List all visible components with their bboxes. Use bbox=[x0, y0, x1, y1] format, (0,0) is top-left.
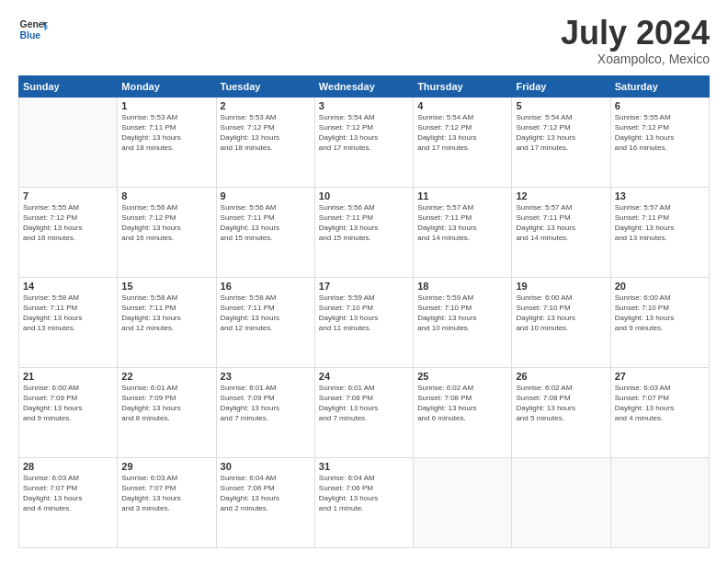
day-cell: 4Sunrise: 5:54 AM Sunset: 7:12 PM Daylig… bbox=[414, 97, 512, 187]
day-number: 10 bbox=[319, 190, 409, 201]
day-info: Sunrise: 5:59 AM Sunset: 7:10 PM Dayligh… bbox=[417, 293, 507, 334]
week-row-1: 1Sunrise: 5:53 AM Sunset: 7:11 PM Daylig… bbox=[19, 97, 710, 187]
day-number: 7 bbox=[23, 190, 113, 201]
day-cell: 19Sunrise: 6:00 AM Sunset: 7:10 PM Dayli… bbox=[512, 277, 610, 367]
day-info: Sunrise: 5:57 AM Sunset: 7:11 PM Dayligh… bbox=[615, 202, 705, 244]
day-cell: 27Sunrise: 6:03 AM Sunset: 7:07 PM Dayli… bbox=[610, 367, 709, 457]
day-cell: 3Sunrise: 5:54 AM Sunset: 7:12 PM Daylig… bbox=[314, 97, 413, 187]
day-number: 16 bbox=[221, 281, 311, 292]
day-cell: 16Sunrise: 5:58 AM Sunset: 7:11 PM Dayli… bbox=[216, 277, 314, 367]
day-number: 23 bbox=[221, 371, 311, 382]
day-info: Sunrise: 5:57 AM Sunset: 7:11 PM Dayligh… bbox=[417, 202, 507, 244]
day-cell: 1Sunrise: 5:53 AM Sunset: 7:11 PM Daylig… bbox=[118, 97, 216, 187]
day-info: Sunrise: 5:58 AM Sunset: 7:11 PM Dayligh… bbox=[121, 293, 211, 334]
day-number: 3 bbox=[319, 100, 409, 111]
day-cell: 7Sunrise: 5:55 AM Sunset: 7:12 PM Daylig… bbox=[19, 187, 118, 277]
day-cell: 5Sunrise: 5:54 AM Sunset: 7:12 PM Daylig… bbox=[512, 97, 610, 187]
day-number: 27 bbox=[615, 371, 705, 382]
title-block: July 2024 Xoampolco, Mexico bbox=[561, 15, 710, 66]
day-number: 14 bbox=[23, 281, 113, 292]
day-number: 21 bbox=[23, 371, 113, 382]
day-info: Sunrise: 6:02 AM Sunset: 7:08 PM Dayligh… bbox=[516, 383, 606, 424]
calendar-table: Sunday Monday Tuesday Wednesday Thursday… bbox=[18, 75, 710, 548]
day-number: 2 bbox=[221, 100, 311, 111]
day-info: Sunrise: 5:59 AM Sunset: 7:10 PM Dayligh… bbox=[319, 293, 409, 334]
col-wednesday: Wednesday bbox=[314, 75, 413, 97]
day-cell: 9Sunrise: 5:56 AM Sunset: 7:11 PM Daylig… bbox=[216, 187, 314, 277]
week-row-5: 28Sunrise: 6:03 AM Sunset: 7:07 PM Dayli… bbox=[19, 457, 710, 547]
calendar-title: July 2024 bbox=[561, 15, 710, 52]
day-cell: 10Sunrise: 5:56 AM Sunset: 7:11 PM Dayli… bbox=[314, 187, 413, 277]
day-info: Sunrise: 5:53 AM Sunset: 7:11 PM Dayligh… bbox=[121, 112, 211, 154]
day-cell: 8Sunrise: 5:56 AM Sunset: 7:12 PM Daylig… bbox=[118, 187, 216, 277]
day-cell: 21Sunrise: 6:00 AM Sunset: 7:09 PM Dayli… bbox=[19, 367, 118, 457]
day-number: 17 bbox=[319, 281, 409, 292]
day-number: 9 bbox=[221, 190, 311, 201]
day-info: Sunrise: 6:03 AM Sunset: 7:07 PM Dayligh… bbox=[23, 473, 113, 514]
day-cell bbox=[414, 457, 512, 547]
day-cell: 24Sunrise: 6:01 AM Sunset: 7:08 PM Dayli… bbox=[314, 367, 413, 457]
day-number: 1 bbox=[121, 100, 211, 111]
col-sunday: Sunday bbox=[19, 75, 118, 97]
day-number: 12 bbox=[516, 190, 606, 201]
col-thursday: Thursday bbox=[414, 75, 512, 97]
day-info: Sunrise: 6:01 AM Sunset: 7:09 PM Dayligh… bbox=[221, 383, 311, 424]
day-info: Sunrise: 5:55 AM Sunset: 7:12 PM Dayligh… bbox=[615, 112, 705, 154]
day-cell: 20Sunrise: 6:00 AM Sunset: 7:10 PM Dayli… bbox=[610, 277, 709, 367]
day-cell: 17Sunrise: 5:59 AM Sunset: 7:10 PM Dayli… bbox=[314, 277, 413, 367]
week-row-3: 14Sunrise: 5:58 AM Sunset: 7:11 PM Dayli… bbox=[19, 277, 710, 367]
day-cell: 28Sunrise: 6:03 AM Sunset: 7:07 PM Dayli… bbox=[19, 457, 118, 547]
col-tuesday: Tuesday bbox=[216, 75, 314, 97]
week-row-4: 21Sunrise: 6:00 AM Sunset: 7:09 PM Dayli… bbox=[19, 367, 710, 457]
week-row-2: 7Sunrise: 5:55 AM Sunset: 7:12 PM Daylig… bbox=[19, 187, 710, 277]
day-info: Sunrise: 5:56 AM Sunset: 7:11 PM Dayligh… bbox=[221, 202, 311, 244]
day-number: 19 bbox=[516, 281, 606, 292]
logo: General Blue bbox=[18, 15, 48, 44]
col-friday: Friday bbox=[512, 75, 610, 97]
day-number: 8 bbox=[121, 190, 211, 201]
day-cell: 13Sunrise: 5:57 AM Sunset: 7:11 PM Dayli… bbox=[610, 187, 709, 277]
day-info: Sunrise: 6:03 AM Sunset: 7:07 PM Dayligh… bbox=[121, 473, 211, 514]
day-number: 6 bbox=[615, 100, 705, 111]
day-number: 11 bbox=[417, 190, 507, 201]
day-number: 30 bbox=[221, 461, 311, 472]
day-info: Sunrise: 6:04 AM Sunset: 7:06 PM Dayligh… bbox=[319, 473, 409, 514]
day-number: 15 bbox=[121, 281, 211, 292]
day-number: 24 bbox=[319, 371, 409, 382]
day-cell: 26Sunrise: 6:02 AM Sunset: 7:08 PM Dayli… bbox=[512, 367, 610, 457]
day-number: 20 bbox=[615, 281, 705, 292]
day-number: 26 bbox=[516, 371, 606, 382]
col-saturday: Saturday bbox=[610, 75, 709, 97]
day-number: 25 bbox=[417, 371, 507, 382]
day-info: Sunrise: 5:58 AM Sunset: 7:11 PM Dayligh… bbox=[23, 293, 113, 334]
day-number: 28 bbox=[23, 461, 113, 472]
day-info: Sunrise: 5:58 AM Sunset: 7:11 PM Dayligh… bbox=[221, 293, 311, 334]
day-number: 29 bbox=[121, 461, 211, 472]
day-cell: 11Sunrise: 5:57 AM Sunset: 7:11 PM Dayli… bbox=[414, 187, 512, 277]
day-cell: 6Sunrise: 5:55 AM Sunset: 7:12 PM Daylig… bbox=[610, 97, 709, 187]
header: General Blue July 2024 Xoampolco, Mexico bbox=[18, 15, 710, 66]
day-number: 22 bbox=[121, 371, 211, 382]
day-info: Sunrise: 5:53 AM Sunset: 7:12 PM Dayligh… bbox=[221, 112, 311, 154]
day-info: Sunrise: 6:03 AM Sunset: 7:07 PM Dayligh… bbox=[615, 383, 705, 424]
day-info: Sunrise: 6:00 AM Sunset: 7:10 PM Dayligh… bbox=[615, 293, 705, 334]
day-cell: 23Sunrise: 6:01 AM Sunset: 7:09 PM Dayli… bbox=[216, 367, 314, 457]
day-info: Sunrise: 6:00 AM Sunset: 7:10 PM Dayligh… bbox=[516, 293, 606, 334]
page: General Blue July 2024 Xoampolco, Mexico… bbox=[0, 0, 728, 563]
day-cell: 14Sunrise: 5:58 AM Sunset: 7:11 PM Dayli… bbox=[19, 277, 118, 367]
day-number: 13 bbox=[615, 190, 705, 201]
day-info: Sunrise: 6:01 AM Sunset: 7:09 PM Dayligh… bbox=[121, 383, 211, 424]
day-cell bbox=[610, 457, 709, 547]
day-cell: 25Sunrise: 6:02 AM Sunset: 7:08 PM Dayli… bbox=[414, 367, 512, 457]
day-cell: 30Sunrise: 6:04 AM Sunset: 7:06 PM Dayli… bbox=[216, 457, 314, 547]
svg-text:Blue: Blue bbox=[20, 30, 41, 40]
day-number: 31 bbox=[319, 461, 409, 472]
day-info: Sunrise: 5:55 AM Sunset: 7:12 PM Dayligh… bbox=[23, 202, 113, 244]
weekday-header-row: Sunday Monday Tuesday Wednesday Thursday… bbox=[19, 75, 710, 97]
day-info: Sunrise: 5:56 AM Sunset: 7:11 PM Dayligh… bbox=[319, 202, 409, 244]
day-info: Sunrise: 5:56 AM Sunset: 7:12 PM Dayligh… bbox=[121, 202, 211, 244]
day-cell bbox=[512, 457, 610, 547]
day-number: 4 bbox=[417, 100, 507, 111]
day-info: Sunrise: 6:04 AM Sunset: 7:06 PM Dayligh… bbox=[221, 473, 311, 514]
day-info: Sunrise: 6:01 AM Sunset: 7:08 PM Dayligh… bbox=[319, 383, 409, 424]
